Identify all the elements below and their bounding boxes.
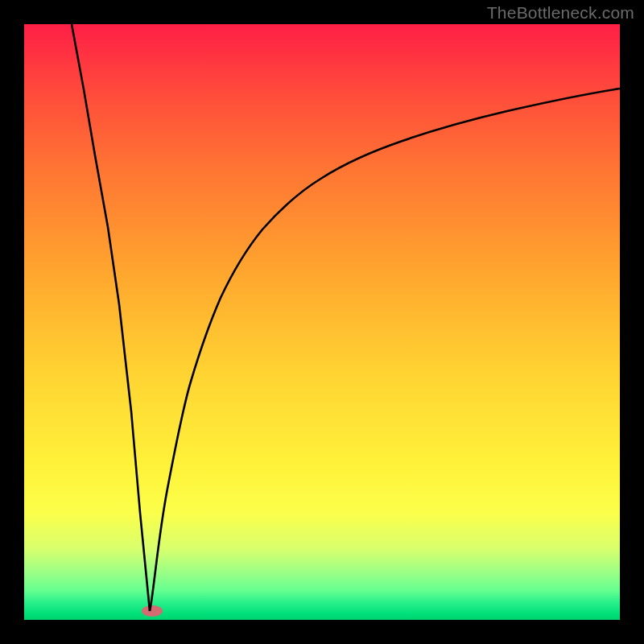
right-branch	[150, 89, 620, 611]
left-branch	[72, 24, 150, 611]
curve-layer	[24, 24, 620, 620]
cusp-marker	[142, 605, 163, 617]
chart-frame: TheBottleneck.com	[0, 0, 644, 644]
watermark-text: TheBottleneck.com	[487, 3, 634, 23]
plot-area	[24, 24, 620, 620]
